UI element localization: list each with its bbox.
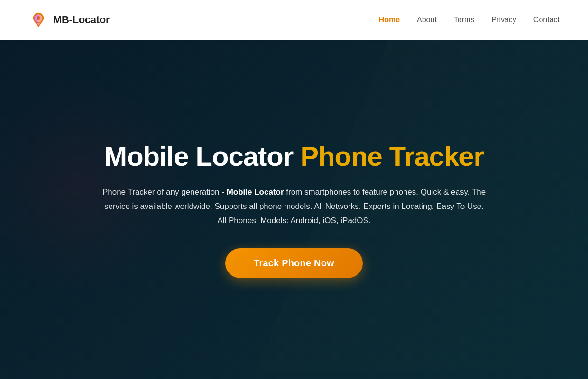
hero-title: Mobile Locator Phone Tracker [100,141,488,172]
navbar: MB-Locator Home About Terms Privacy Cont… [0,0,588,40]
nav-link-home[interactable]: Home [379,16,400,24]
hero-title-accent: Phone Tracker [300,141,484,171]
nav-item-terms[interactable]: Terms [454,16,475,24]
track-phone-button[interactable]: Track Phone Now [225,248,363,278]
nav-item-home[interactable]: Home [379,16,400,24]
nav-item-contact[interactable]: Contact [533,16,560,24]
nav-link-contact[interactable]: Contact [533,16,560,24]
hero-section: Mobile Locator Phone Tracker Phone Track… [0,40,588,379]
nav-item-privacy[interactable]: Privacy [491,16,516,24]
hero-title-main: Mobile Locator [104,141,301,171]
nav-item-about[interactable]: About [417,16,437,24]
logo[interactable]: MB-Locator [28,10,110,30]
hero-content: Mobile Locator Phone Tracker Phone Track… [81,141,507,279]
nav-link-terms[interactable]: Terms [454,16,475,24]
logo-text: MB-Locator [53,14,110,26]
logo-icon [28,10,48,30]
nav-link-about[interactable]: About [417,16,437,24]
nav-link-privacy[interactable]: Privacy [491,16,516,24]
nav-links: Home About Terms Privacy Contact [379,16,560,24]
hero-subtitle-brand: Mobile Locator [227,188,284,197]
hero-subtitle: Phone Tracker of any generation - Mobile… [100,185,488,227]
hero-subtitle-prefix: Phone Tracker of any generation - [102,188,227,197]
